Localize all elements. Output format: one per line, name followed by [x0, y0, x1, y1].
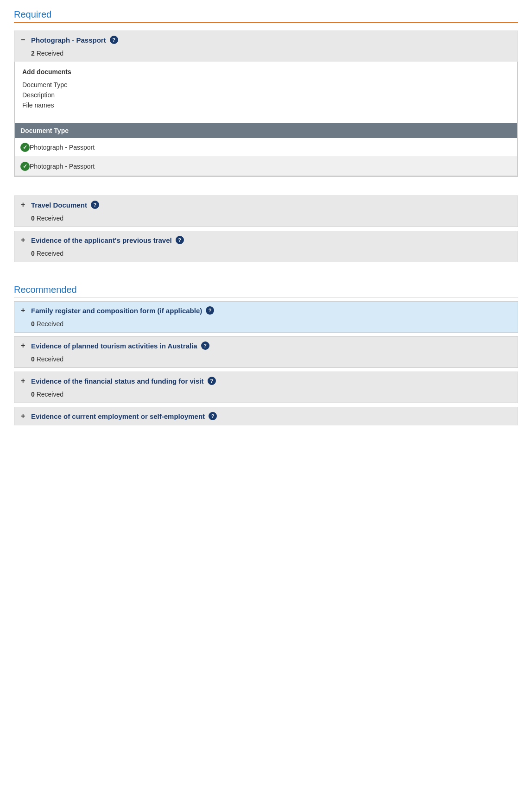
previous-travel-count: 0: [31, 250, 35, 257]
planned-tourism-received-label: Received: [37, 355, 63, 363]
financial-status-title: Evidence of the financial status and fun…: [31, 377, 204, 385]
recommended-section-title: Recommended: [14, 284, 518, 295]
family-register-header[interactable]: + Family register and composition form (…: [14, 302, 518, 319]
current-employment-group: + Evidence of current employment or self…: [14, 407, 518, 425]
financial-status-toggle[interactable]: +: [21, 377, 27, 385]
previous-travel-toggle[interactable]: +: [21, 236, 27, 244]
current-employment-title: Evidence of current employment or self-e…: [31, 412, 205, 420]
photograph-passport-received-label: Received: [37, 50, 63, 57]
financial-status-received-label: Received: [37, 391, 63, 398]
travel-document-help-icon[interactable]: ?: [91, 201, 99, 209]
family-register-count: 0: [31, 320, 35, 328]
family-register-received: 0 Received: [14, 319, 518, 332]
travel-document-toggle[interactable]: +: [21, 201, 27, 209]
travel-document-received-label: Received: [37, 215, 63, 222]
required-section-title: Required: [14, 9, 518, 20]
photograph-passport-count: 2: [31, 50, 35, 57]
table-row[interactable]: Photograph - Passport: [15, 157, 517, 176]
financial-status-group: + Evidence of the financial status and f…: [14, 372, 518, 403]
family-register-title: Family register and composition form (if…: [31, 307, 202, 315]
check-icon-2: [20, 162, 30, 171]
travel-document-count: 0: [31, 215, 35, 222]
photograph-passport-toggle[interactable]: −: [21, 36, 27, 44]
table-row[interactable]: Photograph - Passport: [15, 138, 517, 157]
planned-tourism-toggle[interactable]: +: [21, 341, 27, 350]
financial-status-count: 0: [31, 391, 35, 398]
field-description: Description: [22, 91, 510, 99]
previous-travel-received: 0 Received: [14, 249, 518, 262]
document-table-header: Document Type: [15, 123, 517, 138]
previous-travel-header[interactable]: + Evidence of the applicant's previous t…: [14, 231, 518, 249]
field-document-type: Document Type: [22, 81, 510, 88]
family-register-received-label: Received: [37, 320, 63, 328]
previous-travel-received-label: Received: [37, 250, 63, 257]
travel-document-received: 0 Received: [14, 214, 518, 227]
previous-travel-help-icon[interactable]: ?: [176, 236, 184, 244]
travel-document-group: + Travel Document ? 0 Received: [14, 196, 518, 227]
family-register-toggle[interactable]: +: [21, 306, 27, 315]
travel-document-title: Travel Document: [31, 201, 87, 209]
photograph-passport-group: − Photograph - Passport ? 2 Received Add…: [14, 31, 518, 177]
photograph-passport-help-icon[interactable]: ?: [110, 36, 118, 44]
recommended-divider: [14, 297, 518, 297]
current-employment-toggle[interactable]: +: [21, 412, 27, 420]
check-icon-1: [20, 143, 30, 152]
financial-status-received: 0 Received: [14, 390, 518, 403]
planned-tourism-header[interactable]: + Evidence of planned tourism activities…: [14, 337, 518, 354]
add-documents-title: Add documents: [22, 68, 510, 76]
table-row-type-1: Photograph - Passport: [30, 144, 95, 151]
planned-tourism-received: 0 Received: [14, 354, 518, 367]
planned-tourism-title: Evidence of planned tourism activities i…: [31, 342, 197, 350]
travel-document-header[interactable]: + Travel Document ?: [14, 196, 518, 214]
planned-tourism-count: 0: [31, 355, 35, 363]
photograph-passport-title: Photograph - Passport: [31, 36, 106, 44]
page-wrapper: Required − Photograph - Passport ? 2 Rec…: [0, 0, 532, 438]
previous-travel-title: Evidence of the applicant's previous tra…: [31, 236, 172, 244]
financial-status-help-icon[interactable]: ?: [208, 377, 216, 385]
current-employment-header[interactable]: + Evidence of current employment or self…: [14, 407, 518, 425]
planned-tourism-group: + Evidence of planned tourism activities…: [14, 336, 518, 368]
recommended-section: Recommended + Family register and compos…: [14, 284, 518, 425]
previous-travel-group: + Evidence of the applicant's previous t…: [14, 231, 518, 262]
financial-status-header[interactable]: + Evidence of the financial status and f…: [14, 372, 518, 390]
planned-tourism-help-icon[interactable]: ?: [201, 341, 209, 350]
field-file-names: File names: [22, 101, 510, 109]
family-register-help-icon[interactable]: ?: [206, 306, 214, 315]
table-row-type-2: Photograph - Passport: [30, 163, 95, 170]
current-employment-help-icon[interactable]: ?: [209, 412, 217, 420]
document-table-wrapper: Document Type Photograph - Passport Phot…: [14, 123, 518, 177]
add-documents-section: Add documents Document Type Description …: [14, 62, 518, 123]
add-documents-fields: Document Type Description File names: [22, 81, 510, 109]
photograph-passport-header[interactable]: − Photograph - Passport ?: [14, 31, 518, 49]
family-register-group: + Family register and composition form (…: [14, 301, 518, 333]
photograph-passport-received: 2 Received: [14, 49, 518, 62]
